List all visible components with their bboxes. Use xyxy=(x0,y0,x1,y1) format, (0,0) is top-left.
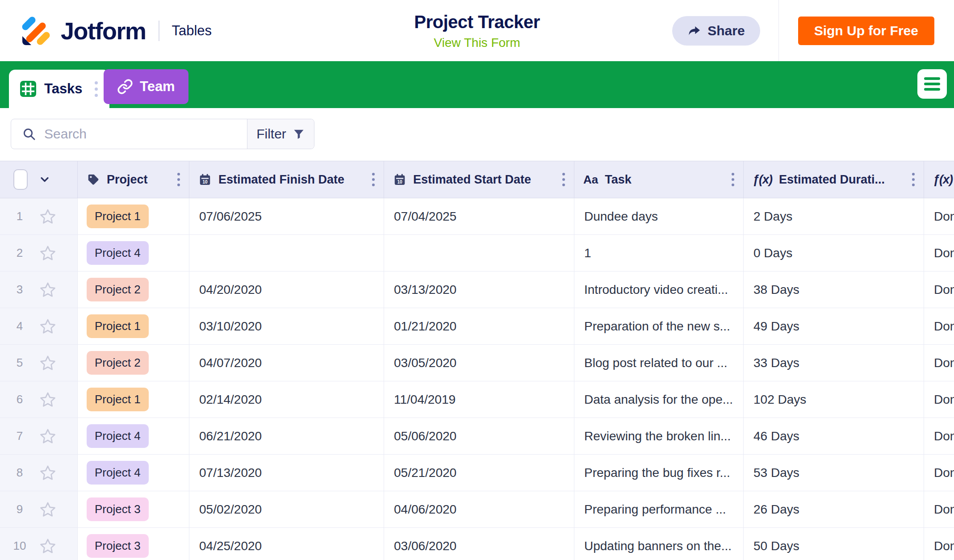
star-icon[interactable] xyxy=(39,281,56,298)
duration-cell[interactable]: 49 Days xyxy=(744,308,924,344)
start-date-cell[interactable]: 07/04/2025 xyxy=(384,198,574,234)
column-header-start-date[interactable]: 10 Estimated Start Date xyxy=(384,161,574,198)
clipped-cell[interactable]: Don xyxy=(924,418,954,454)
star-icon[interactable] xyxy=(39,391,56,408)
search-input[interactable] xyxy=(44,126,236,142)
share-label: Share xyxy=(707,23,745,38)
column-header-duration[interactable]: ƒ(x) Estimated Durati... xyxy=(744,161,924,198)
start-date-cell[interactable]: 01/21/2020 xyxy=(384,308,574,344)
column-label: Project xyxy=(107,173,148,187)
filter-button[interactable]: Filter xyxy=(247,119,314,149)
project-cell[interactable]: Project 3 xyxy=(78,528,189,560)
project-cell[interactable]: Project 4 xyxy=(78,455,189,491)
select-all-checkbox[interactable] xyxy=(13,169,28,190)
clipped-cell[interactable]: Don xyxy=(924,491,954,527)
duration-cell[interactable]: 38 Days xyxy=(744,272,924,308)
chevron-down-icon[interactable] xyxy=(38,173,51,186)
task-cell[interactable]: Reviewing the broken lin... xyxy=(574,418,744,454)
finish-date-cell[interactable]: 07/06/2025 xyxy=(189,198,384,234)
view-this-form-link[interactable]: View This Form xyxy=(434,35,520,50)
start-date-cell[interactable]: 03/13/2020 xyxy=(384,272,574,308)
project-cell[interactable]: Project 4 xyxy=(78,235,189,271)
duration-cell[interactable]: 33 Days xyxy=(744,345,924,381)
column-menu-icon[interactable] xyxy=(910,171,916,188)
clipped-cell[interactable]: Don xyxy=(924,272,954,308)
star-icon[interactable] xyxy=(39,355,56,372)
finish-date-cell[interactable]: 07/13/2020 xyxy=(189,455,384,491)
duration-cell[interactable]: 0 Days xyxy=(744,235,924,271)
finish-date-cell[interactable]: 04/20/2020 xyxy=(189,272,384,308)
start-date-cell[interactable]: 04/06/2020 xyxy=(384,491,574,527)
finish-date-cell[interactable] xyxy=(189,235,384,271)
project-cell[interactable]: Project 3 xyxy=(78,491,189,527)
start-date-cell[interactable] xyxy=(384,235,574,271)
project-cell[interactable]: Project 1 xyxy=(78,381,189,418)
column-label: Task xyxy=(605,173,632,187)
start-date-cell[interactable]: 11/04/2019 xyxy=(384,381,574,418)
star-icon[interactable] xyxy=(39,428,56,445)
duration-cell[interactable]: 46 Days xyxy=(744,418,924,454)
finish-date-cell[interactable]: 06/21/2020 xyxy=(189,418,384,454)
star-icon[interactable] xyxy=(39,538,56,555)
signup-button[interactable]: Sign Up for Free xyxy=(798,17,934,45)
column-header-project[interactable]: Project xyxy=(78,161,189,198)
project-cell[interactable]: Project 1 xyxy=(78,198,189,234)
column-menu-icon[interactable] xyxy=(730,171,736,188)
column-header-clipped[interactable]: ƒ(x) xyxy=(924,161,954,198)
column-menu-icon[interactable] xyxy=(176,171,182,188)
start-date-cell[interactable]: 03/06/2020 xyxy=(384,528,574,560)
task-cell[interactable]: Blog post related to our ... xyxy=(574,345,744,381)
finish-date-cell[interactable]: 03/10/2020 xyxy=(189,308,384,344)
task-cell[interactable]: Preparing the bug fixes r... xyxy=(574,455,744,491)
clipped-cell[interactable]: Don xyxy=(924,528,954,560)
task-cell[interactable]: Data analysis for the ope... xyxy=(574,381,744,418)
project-cell[interactable]: Project 4 xyxy=(78,418,189,454)
star-icon[interactable] xyxy=(39,464,56,481)
clipped-cell[interactable]: Don xyxy=(924,308,954,344)
column-menu-icon[interactable] xyxy=(561,171,567,188)
finish-date-cell[interactable]: 02/14/2020 xyxy=(189,381,384,418)
star-icon[interactable] xyxy=(39,318,56,335)
jotform-logo-icon[interactable] xyxy=(18,13,54,49)
sheet-menu-button[interactable] xyxy=(917,69,947,99)
task-cell[interactable]: 1 xyxy=(574,235,744,271)
tab-tasks[interactable]: Tasks xyxy=(9,70,109,108)
clipped-cell[interactable]: Don xyxy=(924,455,954,491)
star-icon[interactable] xyxy=(39,208,56,225)
duration-cell[interactable]: 50 Days xyxy=(744,528,924,560)
star-icon[interactable] xyxy=(39,245,56,262)
formula-icon: ƒ(x) xyxy=(933,173,953,187)
duration-cell[interactable]: 102 Days xyxy=(744,381,924,418)
task-cell[interactable]: Preparing performance ... xyxy=(574,491,744,527)
tab-tasks-menu-icon[interactable] xyxy=(93,79,100,99)
project-cell[interactable]: Project 2 xyxy=(78,272,189,308)
duration-cell[interactable]: 26 Days xyxy=(744,491,924,527)
logo-wordmark[interactable]: Jotform xyxy=(61,17,146,45)
duration-cell[interactable]: 53 Days xyxy=(744,455,924,491)
start-date-cell[interactable]: 05/06/2020 xyxy=(384,418,574,454)
clipped-cell[interactable]: Don xyxy=(924,198,954,234)
start-date-cell[interactable]: 05/21/2020 xyxy=(384,455,574,491)
finish-date-cell[interactable]: 04/07/2020 xyxy=(189,345,384,381)
column-header-finish-date[interactable]: 10 Estimated Finish Date xyxy=(189,161,384,198)
task-cell[interactable]: Updating banners on the... xyxy=(574,528,744,560)
column-header-task[interactable]: Aa Task xyxy=(574,161,744,198)
finish-date-cell[interactable]: 04/25/2020 xyxy=(189,528,384,560)
project-cell[interactable]: Project 1 xyxy=(78,308,189,344)
clipped-cell[interactable]: Don xyxy=(924,381,954,418)
task-cell[interactable]: Dundee days xyxy=(574,198,744,234)
project-cell[interactable]: Project 2 xyxy=(78,345,189,381)
search-box[interactable] xyxy=(11,119,247,149)
column-label: Estimated Finish Date xyxy=(218,173,344,187)
start-date-cell[interactable]: 03/05/2020 xyxy=(384,345,574,381)
duration-cell[interactable]: 2 Days xyxy=(744,198,924,234)
clipped-cell[interactable]: Don xyxy=(924,235,954,271)
column-menu-icon[interactable] xyxy=(370,171,377,188)
star-icon[interactable] xyxy=(39,501,56,518)
finish-date-cell[interactable]: 05/02/2020 xyxy=(189,491,384,527)
tab-team[interactable]: Team xyxy=(104,69,188,104)
clipped-cell[interactable]: Don xyxy=(924,345,954,381)
task-cell[interactable]: Preparation of the new s... xyxy=(574,308,744,344)
share-button[interactable]: Share xyxy=(672,16,760,46)
task-cell[interactable]: Introductory video creati... xyxy=(574,272,744,308)
